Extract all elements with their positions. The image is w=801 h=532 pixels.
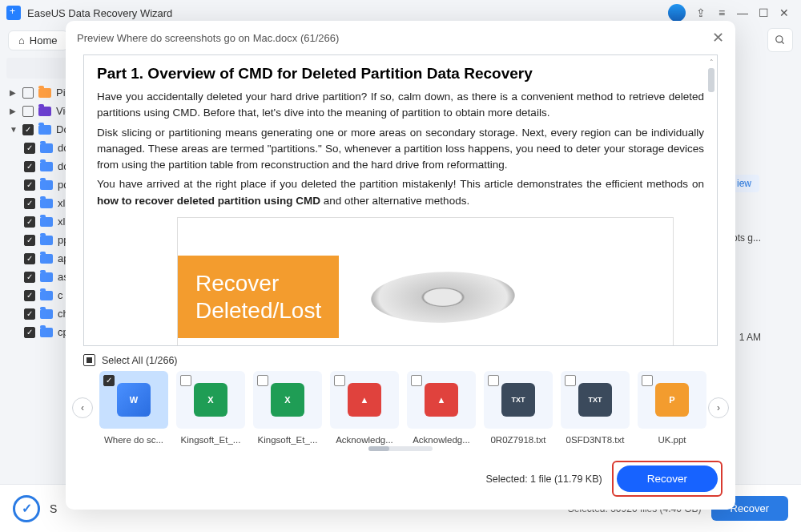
file-type-icon: TXT [578,383,612,417]
file-thumbnail[interactable]: XKingsoft_Et_... [253,371,322,445]
thumb-checkbox[interactable] [257,375,268,386]
thumb-checkbox[interactable] [488,375,499,386]
modal-title: Preview Where do screenshots go on Mac.d… [77,32,339,44]
thumb-next-icon[interactable]: › [708,397,729,418]
thumb-label: Kingsoft_Et_... [253,435,322,445]
thumb-label: Acknowledg... [407,435,476,445]
document-preview[interactable]: ˄ Part 1. Overview of CMD for Deleted Pa… [83,54,718,346]
thumb-label: Kingsoft_Et_... [176,435,245,445]
modal-header: Preview Where do screenshots go on Mac.d… [66,21,735,54]
file-thumbnail[interactable]: PUK.ppt [638,371,706,445]
hard-drive-icon [364,268,522,327]
file-type-icon: W [117,383,151,417]
file-thumbnail[interactable]: ▲Acknowledg... [407,371,476,445]
file-type-icon: ▲ [425,383,458,417]
thumb-label: Where do sc... [99,435,168,445]
thumb-checkbox[interactable] [411,375,422,386]
modal-footer: Selected: 1 file (11.79 KB) Recover [66,451,735,510]
select-all-label: Select All (1/266) [102,355,178,366]
banner-text: Recover Deleted/Lost [178,256,339,338]
preview-modal-backdrop: Preview Where do screenshots go on Mac.d… [0,0,801,532]
doc-embedded-image: Recover Deleted/Lost [177,217,674,346]
file-thumbnail[interactable]: XKingsoft_Et_... [176,371,245,445]
file-type-icon: P [655,383,689,417]
file-thumbnail[interactable]: ▲Acknowledg... [330,371,399,445]
doc-paragraph: Disk slicing or partitioning means gener… [97,125,704,174]
thumb-prev-icon[interactable]: ‹ [72,397,93,418]
preview-modal: Preview Where do screenshots go on Mac.d… [66,21,735,510]
select-all-checkbox[interactable] [83,354,95,366]
thumb-scrollbar[interactable] [368,446,433,451]
thumb-checkbox[interactable] [642,375,653,386]
thumb-label: Acknowledg... [330,435,399,445]
scroll-up-icon[interactable]: ˄ [707,58,715,66]
file-thumbnail[interactable]: TXT0SFD3NT8.txt [561,371,630,445]
thumb-checkbox[interactable] [180,375,191,386]
recover-highlight-box: Recover [612,461,723,497]
file-thumbnail[interactable]: TXT0R0Z7918.txt [484,371,553,445]
scrollbar[interactable]: ˄ [707,58,715,92]
thumb-checkbox[interactable] [103,375,115,386]
thumb-checkbox[interactable] [565,375,576,386]
doc-paragraph: Have you accidentally deleted your hard … [97,89,704,122]
thumb-label: 0R0Z7918.txt [484,435,553,445]
doc-heading: Part 1. Overview of CMD for Deleted Part… [97,65,704,83]
file-thumbnail[interactable]: WWhere do sc... [99,371,168,445]
close-icon[interactable]: ✕ [712,29,724,46]
modal-selected-text: Selected: 1 file (11.79 KB) [485,474,602,485]
file-type-icon: TXT [501,383,535,417]
select-all-row[interactable]: Select All (1/266) [66,346,735,371]
thumb-label: 0SFD3NT8.txt [561,435,630,445]
thumbnail-row: ‹ WWhere do sc...XKingsoft_Et_...XKingso… [66,371,735,445]
doc-paragraph: You have arrived at the right place if y… [97,176,704,209]
thumb-label: UK.ppt [638,435,706,445]
thumb-checkbox[interactable] [334,375,345,386]
file-type-icon: X [271,383,304,417]
recover-button[interactable]: Recover [617,466,718,492]
file-type-icon: ▲ [348,383,381,417]
scroll-thumb[interactable] [708,68,714,92]
file-type-icon: X [194,383,227,417]
